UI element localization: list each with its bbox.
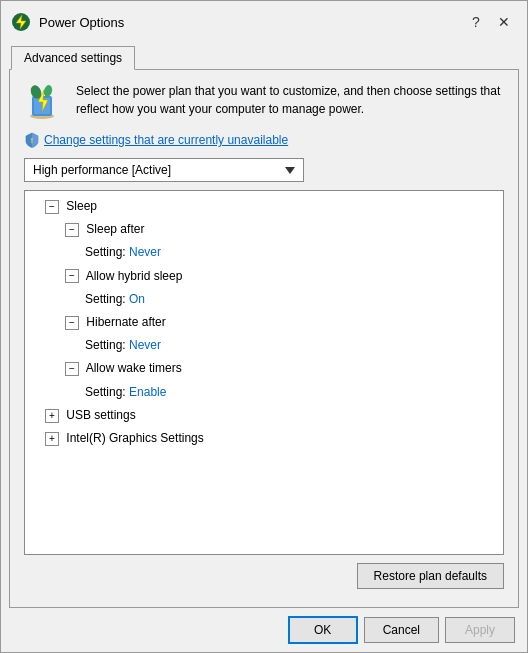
description-row: Select the power plan that you want to c… bbox=[24, 82, 504, 122]
plan-dropdown-row: High performance [Active] Balanced Power… bbox=[24, 158, 504, 182]
power-options-dialog: Power Options ? ✕ Advanced settings bbox=[0, 0, 528, 653]
window-icon bbox=[11, 12, 31, 32]
window-controls: ? ✕ bbox=[463, 9, 517, 35]
collapse-sleep-icon[interactable]: − bbox=[45, 200, 59, 214]
tree-sleep[interactable]: − Sleep bbox=[25, 195, 503, 218]
ok-button[interactable]: OK bbox=[288, 616, 358, 644]
title-bar: Power Options ? ✕ bbox=[1, 1, 527, 39]
svg-point-7 bbox=[43, 84, 54, 98]
collapse-hybrid-icon[interactable]: − bbox=[65, 269, 79, 283]
change-settings-link[interactable]: ! Change settings that are currently una… bbox=[24, 132, 504, 148]
change-link-text[interactable]: Change settings that are currently unava… bbox=[44, 133, 288, 147]
window-title: Power Options bbox=[39, 15, 463, 30]
collapse-wake-icon[interactable]: − bbox=[65, 362, 79, 376]
intel-label: Intel(R) Graphics Settings bbox=[66, 431, 203, 445]
description-text: Select the power plan that you want to c… bbox=[76, 82, 504, 118]
tree-usb[interactable]: + USB settings bbox=[25, 404, 503, 427]
power-plan-icon bbox=[24, 82, 64, 122]
tree-hibernate[interactable]: − Hibernate after bbox=[25, 311, 503, 334]
collapse-sleep-after-icon[interactable]: − bbox=[65, 223, 79, 237]
tree-hybrid-sleep[interactable]: − Allow hybrid sleep bbox=[25, 265, 503, 288]
plan-select[interactable]: High performance [Active] Balanced Power… bbox=[24, 158, 304, 182]
sleep-after-setting-label: Setting: bbox=[85, 245, 129, 259]
restore-row: Restore plan defaults bbox=[24, 563, 504, 589]
hibernate-setting-label: Setting: bbox=[85, 338, 129, 352]
tree-sleep-after[interactable]: − Sleep after bbox=[25, 218, 503, 241]
tree-hibernate-setting[interactable]: Setting: Never bbox=[25, 334, 503, 357]
tree-hybrid-setting[interactable]: Setting: On bbox=[25, 288, 503, 311]
restore-defaults-button[interactable]: Restore plan defaults bbox=[357, 563, 504, 589]
tree-intel[interactable]: + Intel(R) Graphics Settings bbox=[25, 427, 503, 450]
usb-label: USB settings bbox=[66, 408, 135, 422]
sleep-after-value: Never bbox=[129, 245, 161, 259]
help-button[interactable]: ? bbox=[463, 9, 489, 35]
hybrid-value: On bbox=[129, 292, 145, 306]
cancel-button[interactable]: Cancel bbox=[364, 617, 439, 643]
hibernate-value: Never bbox=[129, 338, 161, 352]
tree-wake-setting[interactable]: Setting: Enable bbox=[25, 381, 503, 404]
tree-sleep-after-setting[interactable]: Setting: Never bbox=[25, 241, 503, 264]
collapse-hibernate-icon[interactable]: − bbox=[65, 316, 79, 330]
apply-button[interactable]: Apply bbox=[445, 617, 515, 643]
dialog-body: Select the power plan that you want to c… bbox=[9, 69, 519, 608]
hibernate-label: Hibernate after bbox=[86, 315, 165, 329]
hybrid-setting-label: Setting: bbox=[85, 292, 129, 306]
bottom-buttons: OK Cancel Apply bbox=[1, 608, 527, 652]
wake-value: Enable bbox=[129, 385, 166, 399]
settings-box: − Sleep − Sleep after Setting: Never − A… bbox=[24, 190, 504, 555]
wake-timers-label: Allow wake timers bbox=[86, 361, 182, 375]
tree-wake-timers[interactable]: − Allow wake timers bbox=[25, 357, 503, 380]
expand-intel-icon[interactable]: + bbox=[45, 432, 59, 446]
close-button[interactable]: ✕ bbox=[491, 9, 517, 35]
tab-advanced-settings[interactable]: Advanced settings bbox=[11, 46, 135, 70]
sleep-after-label: Sleep after bbox=[86, 222, 144, 236]
sleep-label: Sleep bbox=[66, 199, 97, 213]
settings-scroll[interactable]: − Sleep − Sleep after Setting: Never − A… bbox=[25, 191, 503, 554]
hybrid-sleep-label: Allow hybrid sleep bbox=[86, 269, 183, 283]
svg-text:!: ! bbox=[31, 137, 33, 144]
shield-icon: ! bbox=[24, 132, 40, 148]
wake-setting-label: Setting: bbox=[85, 385, 129, 399]
expand-usb-icon[interactable]: + bbox=[45, 409, 59, 423]
tab-bar: Advanced settings bbox=[1, 39, 527, 69]
